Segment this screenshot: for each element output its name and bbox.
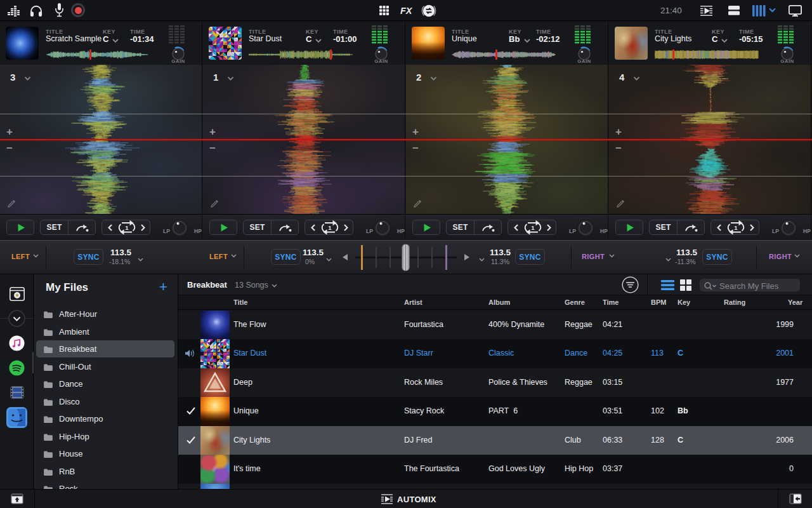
- svg-text:1: 1: [328, 224, 332, 231]
- svg-text:1: 1: [734, 224, 738, 231]
- svg-text:1: 1: [125, 224, 129, 231]
- svg-text:1: 1: [531, 224, 535, 231]
